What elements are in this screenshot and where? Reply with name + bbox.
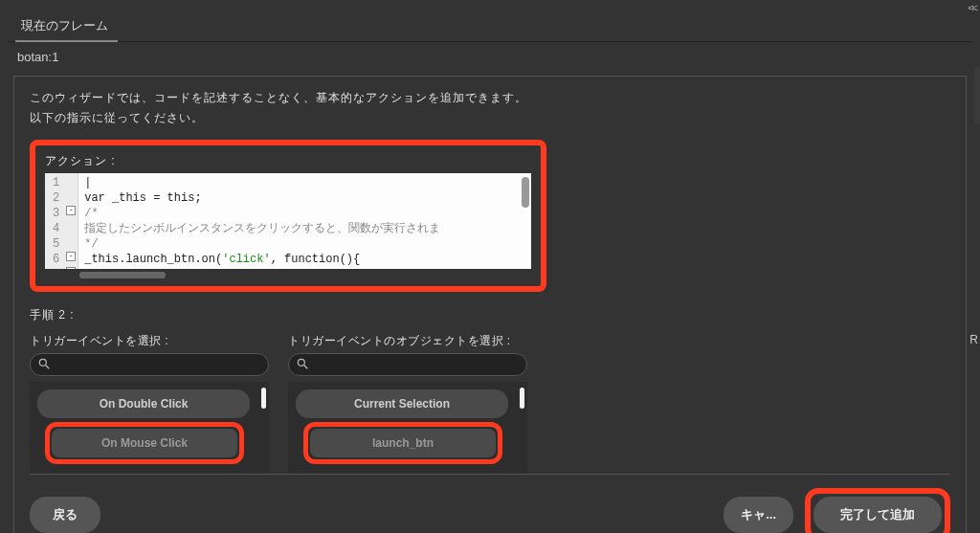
action-highlight-frame: アクション : 1 2 3 4 5 6 7 8 - - <box>30 140 546 292</box>
list-scrollbar[interactable] <box>261 388 266 409</box>
complete-highlight-frame: 完了して追加 <box>805 488 950 533</box>
object-list: Current Selection launch_btn <box>288 382 527 474</box>
trigger-event-column: トリガーイベントを選択 : On Double Click On Mouse C… <box>30 333 269 474</box>
line-number: 3 <box>53 206 59 221</box>
line-number: 7 <box>53 267 59 269</box>
line-number: 4 <box>53 221 59 236</box>
svg-point-0 <box>39 359 46 366</box>
svg-line-1 <box>46 366 50 369</box>
code-editor[interactable]: 1 2 3 4 5 6 7 8 - - - | var _this = t <box>45 173 531 269</box>
object-item-launch-btn[interactable]: launch_btn <box>310 429 496 457</box>
wizard-panel: 現在のフレーム botan:1 このウィザードでは、コードを記述することなく、基… <box>8 10 972 523</box>
search-icon <box>296 357 309 370</box>
line-number: 5 <box>53 236 59 252</box>
cancel-button[interactable]: キャ... <box>724 497 793 533</box>
code-scroll-vertical[interactable] <box>522 177 529 208</box>
code-scroll-horizontal[interactable] <box>45 271 531 280</box>
line-number: 1 <box>53 175 59 190</box>
object-highlight-frame: launch_btn <box>303 422 502 464</box>
right-marker: R <box>969 333 978 346</box>
fold-toggle-icon[interactable]: - <box>66 252 76 261</box>
wizard-intro-line-2: 以下の指示に従ってください。 <box>30 110 950 126</box>
trigger-highlight-frame: On Mouse Click <box>45 422 244 464</box>
tab-bar: 現在のフレーム <box>8 10 972 42</box>
search-icon <box>37 357 51 370</box>
line-number: 6 <box>53 252 59 267</box>
code-content[interactable]: | var _this = this; /* 指定したシンボルインスタンスをクリ… <box>78 173 531 269</box>
object-item-current-selection[interactable]: Current Selection <box>296 389 508 418</box>
trigger-event-title: トリガーイベントを選択 : <box>30 333 269 349</box>
wizard-intro-line-1: このウィザードでは、コードを記述することなく、基本的なアクションを追加できます。 <box>30 90 950 106</box>
wizard-body: このウィザードでは、コードを記述することなく、基本的なアクションを追加できます。… <box>13 76 967 533</box>
trigger-item-double-click[interactable]: On Double Click <box>37 389 250 418</box>
fold-column: - - - <box>65 173 78 269</box>
complete-add-button[interactable]: 完了して追加 <box>813 497 942 533</box>
breadcrumb: botan:1 <box>8 42 972 72</box>
trigger-item-mouse-click[interactable]: On Mouse Click <box>52 429 237 457</box>
list-scrollbar[interactable] <box>520 388 524 409</box>
step-2-label: 手順 2 : <box>30 307 950 323</box>
fold-toggle-icon[interactable]: - <box>66 206 76 215</box>
tab-current-frame[interactable]: 現在のフレーム <box>15 10 118 42</box>
fold-toggle-icon[interactable]: - <box>66 267 76 269</box>
back-button[interactable]: 戻る <box>30 497 100 533</box>
line-number: 2 <box>53 190 59 206</box>
object-title: トリガーイベントのオブジェクトを選択 : <box>288 333 527 349</box>
code-gutter: 1 2 3 4 5 6 7 8 <box>45 173 65 269</box>
lists-row: トリガーイベントを選択 : On Double Click On Mouse C… <box>30 333 950 474</box>
footer-bar: 戻る キャ... 完了して追加 <box>30 474 950 533</box>
trigger-search-input[interactable] <box>30 353 269 376</box>
svg-line-3 <box>304 366 308 369</box>
action-label: アクション : <box>45 153 531 169</box>
trigger-list: On Double Click On Mouse Click <box>30 382 269 474</box>
object-column: トリガーイベントのオブジェクトを選択 : Current Selection l… <box>288 333 527 474</box>
svg-point-2 <box>298 359 304 366</box>
object-search-input[interactable] <box>288 353 527 376</box>
right-dock-stub[interactable] <box>974 67 980 124</box>
code-scroll-thumb[interactable] <box>79 272 166 278</box>
